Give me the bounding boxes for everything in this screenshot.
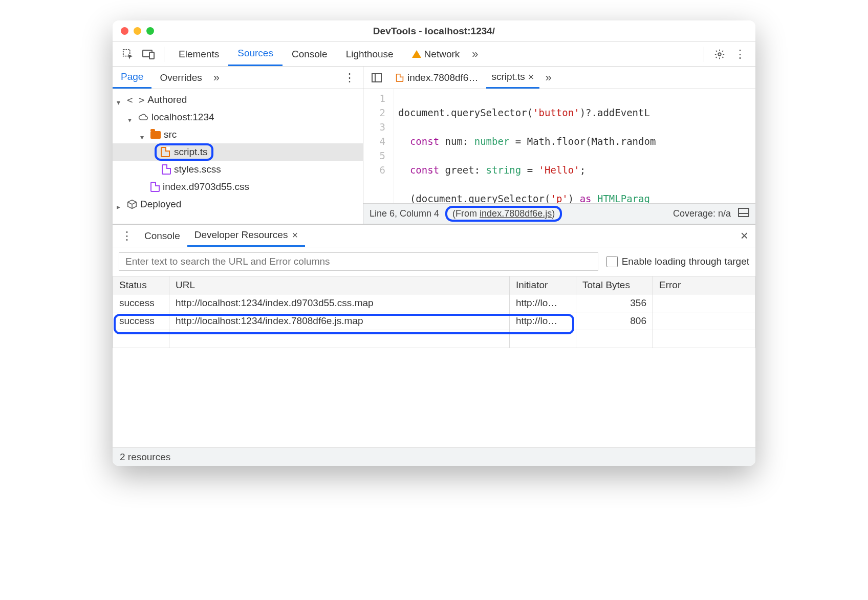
editor-pane: index.7808df6… script.ts × » 123456 docu…: [363, 67, 755, 224]
folder-icon: [150, 131, 161, 139]
cloud-icon: [138, 112, 148, 122]
tab-elements[interactable]: Elements: [169, 42, 228, 66]
navigator-tab-overrides[interactable]: Overrides: [151, 67, 210, 89]
tree-label: Authored: [147, 94, 187, 105]
file-icon: [162, 164, 171, 175]
col-error[interactable]: Error: [653, 276, 755, 294]
editor-status-bar: Line 6, Column 4 (From index.7808df6e.js…: [363, 203, 755, 224]
enable-loading-checkbox-input[interactable]: [606, 256, 618, 267]
editor-tab-script[interactable]: script.ts ×: [486, 67, 539, 89]
editor-more-chevron-icon[interactable]: »: [546, 71, 552, 84]
tab-label: script.ts: [491, 71, 525, 82]
drawer-footer: 2 resources: [113, 447, 755, 466]
drawer-tab-console[interactable]: Console: [137, 225, 187, 247]
file-tree: < > Authored localhost:1234 src: [113, 89, 363, 224]
navigator-tab-page[interactable]: Page: [113, 67, 151, 89]
window-titlebar: DevTools - localhost:1234/: [113, 20, 755, 42]
svg-rect-6: [739, 208, 749, 217]
col-initiator[interactable]: Initiator: [510, 276, 576, 294]
close-drawer-icon[interactable]: ×: [741, 228, 748, 244]
navigator-pane: Page Overrides » ⋮ < > Authored localho: [113, 67, 363, 224]
tree-file-script-ts[interactable]: script.ts: [113, 143, 363, 161]
tree-file-styles-scss[interactable]: styles.scss: [113, 161, 363, 178]
tab-label: Developer Resources: [194, 229, 288, 241]
file-icon: [150, 182, 160, 192]
code-brackets-icon: < >: [127, 94, 144, 105]
tree-label: styles.scss: [174, 164, 221, 175]
package-icon: [127, 199, 137, 209]
coverage-text: Coverage: n/a: [673, 208, 731, 219]
tree-label: localhost:1234: [151, 112, 214, 123]
navigator-more-chevron-icon[interactable]: »: [213, 71, 220, 84]
inspect-element-icon[interactable]: [121, 47, 135, 61]
kebab-menu-icon[interactable]: ⋮: [733, 47, 747, 61]
drawer-tab-developer-resources[interactable]: Developer Resources ×: [187, 225, 305, 247]
checkbox-label: Enable loading through target: [622, 256, 749, 267]
svg-rect-4: [372, 74, 381, 82]
col-status[interactable]: Status: [113, 276, 169, 294]
table-row[interactable]: success http://localhost:1234/index.7808…: [113, 312, 755, 330]
line-gutter: 123456: [363, 89, 394, 203]
tree-label: Deployed: [140, 199, 181, 210]
enable-loading-checkbox[interactable]: Enable loading through target: [606, 256, 749, 267]
navigator-kebab-icon[interactable]: ⋮: [342, 71, 357, 85]
tab-sources[interactable]: Sources: [228, 42, 283, 66]
tab-network[interactable]: Network: [403, 42, 469, 66]
svg-point-3: [718, 53, 721, 56]
file-icon: [161, 147, 170, 157]
tree-deployed[interactable]: Deployed: [113, 196, 363, 213]
resource-search-input[interactable]: [119, 252, 598, 271]
drawer: ⋮ Console Developer Resources × × Enable…: [113, 224, 755, 466]
main-tab-bar: Elements Sources Console Lighthouse Netw…: [113, 42, 755, 67]
window-title: DevTools - localhost:1234/: [373, 26, 495, 37]
table-row[interactable]: success http://localhost:1234/index.d970…: [113, 294, 755, 312]
tab-lighthouse[interactable]: Lighthouse: [337, 42, 403, 66]
cursor-position: Line 6, Column 4: [370, 208, 439, 219]
tree-label: index.d9703d55.css: [163, 181, 249, 192]
close-window-button[interactable]: [121, 27, 128, 35]
col-bytes[interactable]: Total Bytes: [576, 276, 653, 294]
resource-count: 2 resources: [120, 452, 170, 463]
file-icon: [396, 74, 403, 82]
close-tab-icon[interactable]: ×: [292, 229, 298, 241]
editor-tab-index[interactable]: index.7808df6…: [390, 67, 483, 89]
tree-folder-src[interactable]: src: [113, 126, 363, 143]
tree-authored[interactable]: < > Authored: [113, 91, 363, 109]
svg-rect-2: [149, 52, 154, 59]
more-tabs-chevron-icon[interactable]: »: [472, 48, 478, 61]
close-tab-icon[interactable]: ×: [528, 71, 534, 83]
toggle-navigator-icon[interactable]: [370, 71, 384, 85]
col-url[interactable]: URL: [169, 276, 510, 294]
tab-label: index.7808df6…: [407, 72, 478, 83]
resources-table: Status URL Initiator Total Bytes Error s…: [113, 276, 755, 348]
sourcemap-link[interactable]: index.7808df6e.js: [480, 208, 552, 219]
sourcemap-origin[interactable]: (From index.7808df6e.js): [445, 206, 562, 222]
device-toolbar-icon[interactable]: [141, 47, 156, 61]
settings-gear-icon[interactable]: [712, 47, 727, 61]
tab-console[interactable]: Console: [283, 42, 337, 66]
maximize-window-button[interactable]: [146, 27, 154, 35]
tree-file-index-css[interactable]: index.d9703d55.css: [113, 178, 363, 196]
table-row-empty: [113, 330, 755, 348]
minimize-window-button[interactable]: [134, 27, 141, 35]
tree-host[interactable]: localhost:1234: [113, 109, 363, 126]
tree-label: script.ts: [174, 146, 207, 158]
tree-label: src: [164, 129, 177, 140]
code-content[interactable]: document.querySelector('button')?.addEve…: [394, 89, 755, 203]
code-editor[interactable]: 123456 document.querySelector('button')?…: [363, 89, 755, 203]
drawer-kebab-icon[interactable]: ⋮: [120, 229, 134, 243]
show-drawer-icon[interactable]: [738, 208, 749, 220]
